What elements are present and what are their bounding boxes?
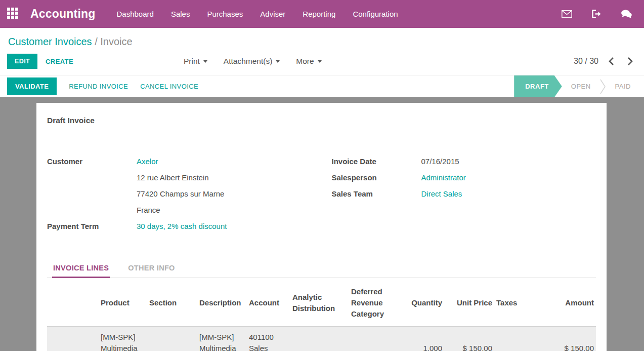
- tab-other-info[interactable]: OTHER INFO: [127, 260, 176, 278]
- cell-product[interactable]: [MM-SPK] Multimedia Speakers: [99, 327, 147, 351]
- field-sales-team: Sales Team Direct Sales: [332, 186, 596, 202]
- sales-team-value-link[interactable]: Direct Sales: [421, 186, 462, 202]
- cell-account[interactable]: 401100 Sales Account: [247, 327, 290, 351]
- payment-term-label: Payment Term: [47, 218, 137, 235]
- state-chevron-icon: [600, 79, 606, 94]
- status-states: DRAFT OPEN PAID: [514, 75, 644, 97]
- nav-item-configuration[interactable]: Configuration: [353, 10, 398, 18]
- invoice-lines-table: Product Section Description Account Anal…: [47, 279, 596, 351]
- customer-value-link[interactable]: Axelor: [137, 153, 158, 170]
- customer-address-street: 12 rue Albert Einstein: [137, 170, 322, 186]
- field-grid: Customer Axelor 12 rue Albert Einstein 7…: [47, 153, 596, 235]
- customer-label: Customer: [47, 153, 137, 170]
- create-button[interactable]: CREATE: [46, 58, 73, 65]
- col-product[interactable]: Product: [99, 279, 147, 327]
- col-quantity[interactable]: Quantity: [388, 279, 444, 327]
- control-panel: Customer Invoices / Invoice EDIT CREATE …: [0, 28, 644, 75]
- payment-term-value-link[interactable]: 30 days, 2% cash discount: [137, 218, 227, 235]
- more-label: More: [296, 57, 314, 65]
- chat-bubbles-icon[interactable]: [621, 10, 632, 18]
- print-dropdown[interactable]: Print: [184, 57, 207, 66]
- app-title: Accounting: [30, 7, 96, 21]
- refund-invoice-button[interactable]: REFUND INVOICE: [69, 83, 128, 90]
- nav-item-dashboard[interactable]: Dashboard: [117, 10, 154, 18]
- chevron-down-icon: [318, 60, 322, 63]
- col-description[interactable]: Description: [197, 279, 247, 327]
- record-pager: 30 / 30: [574, 57, 636, 66]
- col-taxes[interactable]: Taxes: [494, 279, 542, 327]
- invoice-date-label: Invoice Date: [332, 153, 421, 170]
- field-invoice-date: Invoice Date 07/16/2015: [332, 153, 596, 170]
- state-paid[interactable]: PAID: [606, 83, 640, 90]
- col-deferred-revenue-category[interactable]: Deferred Revenue Category: [349, 279, 388, 327]
- nav-right-icons: [562, 10, 637, 18]
- breadcrumb-current: Invoice: [100, 36, 132, 47]
- more-dropdown[interactable]: More: [296, 57, 321, 66]
- col-unit-price[interactable]: Unit Price: [444, 279, 494, 327]
- field-column-left: Customer Axelor 12 rue Albert Einstein 7…: [47, 153, 322, 235]
- state-open[interactable]: OPEN: [562, 83, 600, 90]
- cell-description[interactable]: [MM-SPK] Multimedia Speakers: [197, 327, 247, 351]
- action-button-row: EDIT CREATE Print Attachment(s) More 30 …: [7, 50, 637, 75]
- print-label: Print: [184, 57, 200, 65]
- col-section[interactable]: Section: [147, 279, 197, 327]
- statusbar: VALIDATE REFUND INVOICE CANCEL INVOICE D…: [0, 75, 644, 97]
- attachments-dropdown[interactable]: Attachment(s): [224, 57, 280, 66]
- attachments-label: Attachment(s): [224, 57, 272, 65]
- cell-handle: [47, 327, 99, 351]
- notebook-tabs: INVOICE LINES OTHER INFO: [47, 260, 596, 278]
- validate-button[interactable]: VALIDATE: [7, 77, 57, 95]
- customer-address-country: France: [137, 202, 322, 218]
- salesperson-label: Salesperson: [332, 170, 421, 186]
- table-row[interactable]: [MM-SPK] Multimedia Speakers [MM-SPK] Mu…: [47, 327, 596, 351]
- invoice-title: Draft Invoice: [47, 116, 596, 125]
- pager-next-icon[interactable]: [624, 57, 636, 66]
- breadcrumb-separator: /: [95, 36, 100, 47]
- apps-grid-icon[interactable]: [7, 8, 20, 21]
- invoice-date-value: 07/16/2015: [421, 153, 459, 170]
- sign-out-icon[interactable]: [591, 10, 602, 18]
- nav-item-purchases[interactable]: Purchases: [207, 10, 243, 18]
- pager-previous-icon[interactable]: [606, 57, 617, 66]
- col-handle: [47, 279, 99, 327]
- col-amount[interactable]: Amount: [542, 279, 596, 327]
- breadcrumb-customer-invoices[interactable]: Customer Invoices: [8, 36, 92, 47]
- breadcrumb: Customer Invoices / Invoice: [7, 28, 637, 50]
- messages-envelope-icon[interactable]: [562, 10, 572, 18]
- pager-value: 30 / 30: [574, 57, 598, 66]
- edit-button[interactable]: EDIT: [7, 54, 37, 69]
- cell-taxes[interactable]: [494, 327, 542, 351]
- sales-team-label: Sales Team: [332, 186, 421, 202]
- col-account[interactable]: Account: [247, 279, 290, 327]
- chevron-down-icon: [276, 60, 280, 63]
- state-draft[interactable]: DRAFT: [514, 75, 562, 97]
- cell-amount[interactable]: $ 150.00: [542, 327, 596, 351]
- tab-invoice-lines[interactable]: INVOICE LINES: [52, 260, 110, 278]
- dropdown-group: Print Attachment(s) More: [184, 57, 322, 66]
- chevron-down-icon: [203, 60, 207, 63]
- field-column-right: Invoice Date 07/16/2015 Salesperson Admi…: [322, 153, 596, 235]
- table-header-row: Product Section Description Account Anal…: [47, 279, 596, 327]
- col-analytic-distribution[interactable]: Analytic Distribution: [290, 279, 349, 327]
- top-navbar: Accounting Dashboard Sales Purchases Adv…: [0, 0, 644, 28]
- nav-item-reporting[interactable]: Reporting: [303, 10, 335, 18]
- cell-section[interactable]: [147, 327, 197, 351]
- cell-analytic-distribution[interactable]: [290, 327, 349, 351]
- cell-quantity[interactable]: 1.000: [388, 327, 444, 351]
- form-background: Draft Invoice Customer Axelor 12 rue Alb…: [0, 97, 644, 351]
- customer-address-city: 77420 Champs sur Marne: [137, 186, 322, 202]
- invoice-sheet: Draft Invoice Customer Axelor 12 rue Alb…: [36, 103, 607, 351]
- nav-item-sales[interactable]: Sales: [171, 10, 190, 18]
- salesperson-value-link[interactable]: Administrator: [421, 170, 466, 186]
- nav-menu: Dashboard Sales Purchases Adviser Report…: [117, 10, 398, 18]
- field-customer: Customer Axelor: [47, 153, 322, 170]
- cell-unit-price[interactable]: $ 150.00: [444, 327, 494, 351]
- nav-item-adviser[interactable]: Adviser: [260, 10, 285, 18]
- cancel-invoice-button[interactable]: CANCEL INVOICE: [140, 83, 198, 90]
- field-salesperson: Salesperson Administrator: [332, 170, 596, 186]
- cell-deferred-revenue-category[interactable]: [349, 327, 388, 351]
- field-payment-term: Payment Term 30 days, 2% cash discount: [47, 218, 322, 235]
